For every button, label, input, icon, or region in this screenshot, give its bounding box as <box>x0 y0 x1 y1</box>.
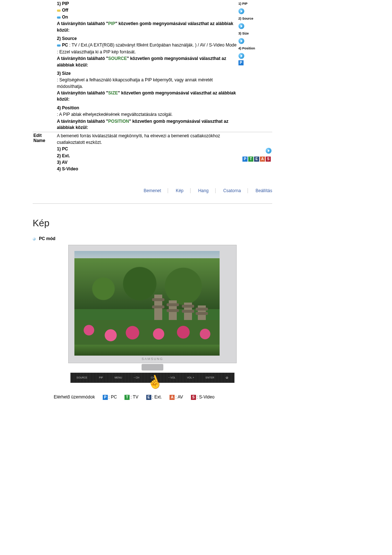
size-title: 3) Size <box>57 70 237 77</box>
mode-pc: : PC <box>109 394 117 400</box>
position-desc: : A PIP ablak elhelyezkedésének megválto… <box>57 112 237 118</box>
play-icon <box>238 23 244 29</box>
tv-brand: SAMSUNG <box>74 357 230 361</box>
bullet-icon <box>33 238 36 240</box>
r-pip: 1) PIP <box>238 1 248 7</box>
r-source: 2) Source <box>238 16 253 22</box>
source-pc-label: PC <box>62 42 68 48</box>
source-desc: : Ezzel választhatja ki a PIP kép forrás… <box>57 49 237 55</box>
r-position: 4) Position <box>238 45 255 52</box>
size-remote-key: SIZE <box>108 90 118 96</box>
pip-off: Off <box>62 8 68 13</box>
tv-illustration: SAMSUNG SOURCE PIP MENU − CH CH + − VOL … <box>33 245 272 389</box>
mode-tv: : TV <box>130 394 138 400</box>
tab-bemenet[interactable]: Bemenet <box>137 188 168 193</box>
bullet-on-icon <box>57 16 61 19</box>
divider <box>33 203 272 204</box>
editname-left-1: Edit <box>33 133 56 138</box>
btn-vol-minus[interactable]: − VOL <box>168 376 175 379</box>
btn-enter[interactable]: ENTER <box>206 376 215 379</box>
editname-ext: 2) Ext. <box>57 153 237 159</box>
bullet-off-icon <box>57 9 61 12</box>
s-badge-icon: S <box>266 157 271 162</box>
pc-mode-label: PC mód <box>39 236 55 241</box>
tv-screen <box>74 251 220 356</box>
e-badge-icon: E <box>146 395 151 400</box>
tab-hang[interactable]: Hang <box>192 188 216 193</box>
play-icon <box>238 53 244 59</box>
tab-kep[interactable]: Kép <box>169 188 190 193</box>
mode-ext: : Ext. <box>152 394 162 400</box>
tab-csatorna[interactable]: Csatorna <box>217 188 248 193</box>
pos-remote-pre: A távirányítón található " <box>57 119 108 124</box>
btn-source[interactable]: SOURCE <box>77 376 87 379</box>
play-icon <box>238 8 244 14</box>
btn-pip[interactable]: PIP <box>99 376 103 379</box>
btn-menu[interactable]: MENU <box>114 376 122 379</box>
size-desc: : Segítségével a felhasználó kikapcsolha… <box>57 77 237 90</box>
btn-vol-plus[interactable]: VOL + <box>187 376 194 379</box>
t-badge-icon: T <box>248 157 253 162</box>
tab-beallitas[interactable]: Beállítás <box>249 188 272 193</box>
editname-left-2: Name <box>33 138 56 143</box>
s-badge-icon: S <box>191 395 196 400</box>
source-pc-text: : TV / Ext.(A EXT(RGB) szabványt főként … <box>68 42 236 48</box>
t-badge-icon: T <box>124 395 130 400</box>
bullet-pc-icon <box>57 44 61 46</box>
play-icon <box>238 38 244 44</box>
pip-right-list: 1) PIP 2) Source 3) Size 4) Position P <box>238 1 271 65</box>
source-remote-key: SOURCE <box>108 56 127 61</box>
editname-av: 3) AV <box>57 159 237 166</box>
nav-tabs: Bemenet Kép Hang Csatorna Beállítás <box>33 188 272 193</box>
p-badge-icon: P <box>238 60 244 65</box>
position-title: 4) Position <box>57 105 237 111</box>
a-badge-icon: A <box>260 157 265 162</box>
r-size: 3) Size <box>238 31 249 37</box>
size-remote-pre: A távirányítón található " <box>57 90 108 96</box>
pos-remote-key: POSITION <box>108 119 129 124</box>
a-badge-icon: A <box>170 395 175 400</box>
editname-pc: 1) PC <box>57 146 237 152</box>
available-modes: Elérhető üzemmódok P: PC T: TV E: Ext. A… <box>54 394 272 400</box>
editname-desc: A bemeneti forrás kiválasztását megkönny… <box>57 133 237 146</box>
e-badge-icon: E <box>254 157 259 162</box>
editname-right-icons <box>238 147 271 154</box>
pip-remote-key: PIP <box>108 21 115 26</box>
p-badge-icon: P <box>242 157 248 162</box>
btn-power[interactable]: ⏻ <box>226 376 228 379</box>
source-title: 2) Source <box>57 36 237 42</box>
tv-pedestal <box>142 364 163 370</box>
pip-table: 1) PIP Off On A távirányítón található "… <box>33 0 272 174</box>
pip-on: On <box>62 15 68 20</box>
btn-ch-minus[interactable]: − CH <box>134 376 139 379</box>
pip-title: 1) PIP <box>57 1 237 7</box>
mode-sv: : S-Video <box>197 394 215 400</box>
mode-av: : AV <box>175 394 183 400</box>
modes-label: Elérhető üzemmódok <box>54 394 95 400</box>
p-badge-icon: P <box>103 395 108 400</box>
editname-sv: 4) S-Video <box>57 166 237 172</box>
pip-block: 1) PIP Off On A távirányítón található "… <box>57 1 237 131</box>
pip-remote-pre: A távirányítón található " <box>57 21 108 26</box>
source-remote-pre: A távirányítón található " <box>57 56 108 61</box>
kep-heading: Kép <box>33 218 272 229</box>
play-icon <box>266 148 271 154</box>
editname-block: A bemeneti forrás kiválasztását megkönny… <box>57 133 237 172</box>
